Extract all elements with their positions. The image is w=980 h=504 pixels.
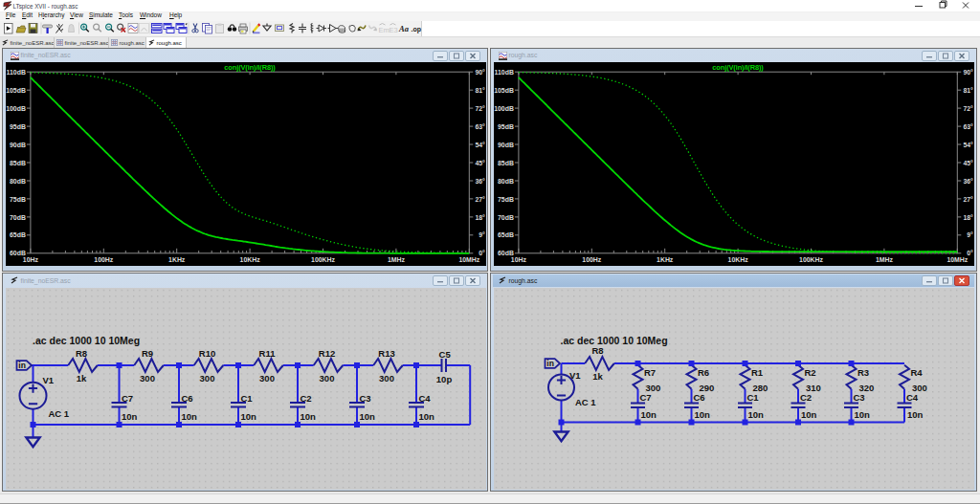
svg-text:.op: .op bbox=[412, 26, 422, 33]
svg-text:R10: R10 bbox=[199, 348, 215, 359]
svg-text:C4: C4 bbox=[906, 392, 919, 403]
svg-text:65dB: 65dB bbox=[10, 231, 26, 238]
svg-text:10n: 10n bbox=[419, 410, 435, 421]
svg-text:63°: 63° bbox=[963, 123, 973, 130]
svg-text:85dB: 85dB bbox=[498, 160, 514, 166]
svg-text:C2: C2 bbox=[800, 392, 812, 403]
svg-text:10n: 10n bbox=[801, 408, 817, 419]
svg-text:10n: 10n bbox=[122, 410, 138, 421]
svg-text:95dB: 95dB bbox=[10, 123, 26, 130]
svg-text:10MHz: 10MHz bbox=[947, 256, 968, 263]
svg-text:105dB: 105dB bbox=[494, 87, 514, 94]
svg-text:10KHz: 10KHz bbox=[240, 256, 261, 263]
svg-text:R11: R11 bbox=[259, 348, 277, 359]
svg-text:80dB: 80dB bbox=[10, 178, 26, 185]
svg-text:10Hz: 10Hz bbox=[23, 256, 39, 263]
svg-text:100Hz: 100Hz bbox=[94, 256, 113, 263]
svg-text:18°: 18° bbox=[475, 214, 485, 221]
svg-text:conj(V(in)/I(R8)): conj(V(in)/I(R8)) bbox=[712, 63, 764, 72]
svg-text:27°: 27° bbox=[475, 196, 485, 203]
svg-text:10n: 10n bbox=[360, 410, 376, 421]
svg-text:R8: R8 bbox=[76, 348, 87, 359]
svg-text:36°: 36° bbox=[963, 178, 973, 185]
svg-text:100dB: 100dB bbox=[6, 105, 26, 112]
svg-text:100KHz: 100KHz bbox=[311, 256, 335, 263]
svg-text:36°: 36° bbox=[475, 178, 485, 185]
svg-text:9°: 9° bbox=[967, 231, 973, 238]
svg-text:95dB: 95dB bbox=[498, 123, 514, 130]
svg-text:1MHz: 1MHz bbox=[388, 256, 406, 263]
svg-text:10n: 10n bbox=[907, 408, 924, 419]
svg-text:1KHz: 1KHz bbox=[168, 256, 186, 263]
svg-text:105dB: 105dB bbox=[6, 87, 26, 94]
svg-text:C7: C7 bbox=[640, 392, 652, 403]
svg-text:R7: R7 bbox=[644, 366, 656, 377]
svg-text:in: in bbox=[18, 361, 26, 370]
svg-text:72°: 72° bbox=[475, 105, 485, 112]
svg-text:C3: C3 bbox=[360, 392, 371, 403]
svg-text:AC 1: AC 1 bbox=[575, 396, 596, 406]
svg-text:1k: 1k bbox=[77, 372, 87, 383]
svg-text:300: 300 bbox=[379, 372, 394, 383]
svg-text:9°: 9° bbox=[479, 231, 485, 238]
svg-text:310: 310 bbox=[806, 382, 821, 392]
svg-text:R13: R13 bbox=[378, 348, 394, 359]
svg-text:1k: 1k bbox=[592, 370, 603, 381]
svg-text:R8: R8 bbox=[591, 344, 603, 355]
svg-text:85dB: 85dB bbox=[10, 160, 26, 166]
svg-text:27°: 27° bbox=[963, 196, 973, 203]
svg-text:54°: 54° bbox=[475, 142, 485, 148]
svg-text:300: 300 bbox=[200, 372, 215, 383]
svg-text:110dB: 110dB bbox=[7, 69, 26, 76]
svg-text:280: 280 bbox=[753, 382, 768, 392]
svg-text:Aa: Aa bbox=[398, 24, 410, 33]
svg-text:C6: C6 bbox=[694, 392, 705, 403]
svg-text:70dB: 70dB bbox=[498, 214, 514, 221]
svg-text:80dB: 80dB bbox=[498, 178, 514, 185]
svg-text:10n: 10n bbox=[301, 410, 317, 421]
svg-text:.ac dec 1000 10 10Meg: .ac dec 1000 10 10Meg bbox=[561, 335, 668, 346]
svg-text:10p: 10p bbox=[436, 374, 453, 384]
svg-text:90dB: 90dB bbox=[498, 142, 514, 148]
svg-text:45°: 45° bbox=[475, 160, 485, 166]
svg-text:320: 320 bbox=[859, 382, 875, 392]
svg-text:90°: 90° bbox=[963, 69, 973, 76]
svg-text:75dB: 75dB bbox=[498, 196, 514, 203]
svg-text:R3: R3 bbox=[858, 366, 869, 377]
svg-text:AC 1: AC 1 bbox=[49, 407, 70, 418]
svg-text:300: 300 bbox=[259, 372, 275, 383]
svg-text:54°: 54° bbox=[963, 142, 973, 148]
svg-text:10n: 10n bbox=[241, 410, 257, 421]
svg-text:C1: C1 bbox=[241, 392, 254, 403]
svg-text:C4: C4 bbox=[419, 392, 432, 403]
svg-text:45°: 45° bbox=[963, 160, 973, 166]
svg-text:R12: R12 bbox=[319, 348, 335, 359]
svg-text:R1: R1 bbox=[751, 366, 764, 377]
svg-text:65dB: 65dB bbox=[498, 231, 514, 238]
svg-text:0°: 0° bbox=[967, 250, 973, 256]
svg-text:V1: V1 bbox=[569, 370, 581, 381]
svg-text:18°: 18° bbox=[963, 214, 973, 221]
svg-text:10Hz: 10Hz bbox=[511, 256, 527, 263]
svg-text:10n: 10n bbox=[695, 408, 711, 419]
svg-text:100dB: 100dB bbox=[494, 105, 514, 112]
svg-text:1KHz: 1KHz bbox=[657, 256, 674, 263]
svg-text:10n: 10n bbox=[748, 408, 765, 419]
svg-text:C7: C7 bbox=[122, 392, 133, 403]
svg-text:1MHz: 1MHz bbox=[876, 256, 894, 263]
svg-text:V1: V1 bbox=[43, 374, 55, 384]
svg-text:75dB: 75dB bbox=[10, 196, 26, 203]
svg-text:100KHz: 100KHz bbox=[799, 256, 823, 263]
svg-text:10KHz: 10KHz bbox=[728, 256, 749, 263]
svg-text:100Hz: 100Hz bbox=[582, 256, 601, 263]
svg-text:10n: 10n bbox=[855, 408, 871, 419]
svg-text:R9: R9 bbox=[142, 348, 153, 359]
svg-text:C3: C3 bbox=[854, 392, 865, 403]
svg-text:290: 290 bbox=[700, 382, 715, 392]
svg-text:110dB: 110dB bbox=[495, 69, 514, 76]
svg-text:R6: R6 bbox=[698, 366, 709, 377]
svg-text:R2: R2 bbox=[805, 366, 816, 377]
svg-text:300: 300 bbox=[140, 372, 155, 383]
svg-text:10MHz: 10MHz bbox=[458, 256, 479, 263]
svg-text:C2: C2 bbox=[301, 392, 312, 403]
